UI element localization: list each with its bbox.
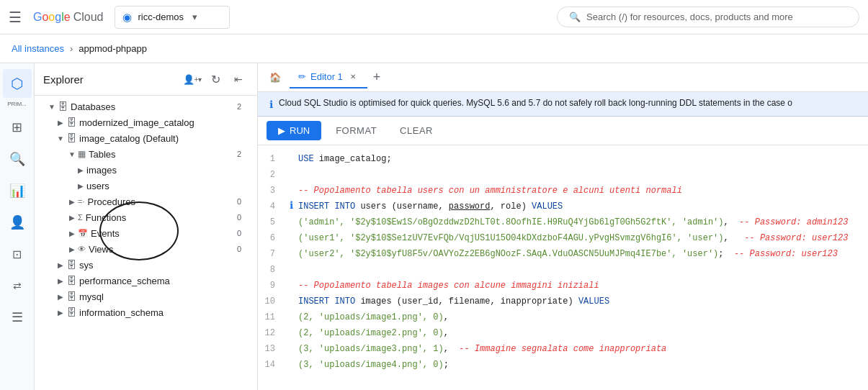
users-toggle[interactable]: ▶ bbox=[75, 180, 86, 191]
db2-toggle[interactable]: ▼ bbox=[55, 132, 66, 144]
menu-icon[interactable]: ☰ bbox=[9, 9, 22, 26]
secondbar: All instances › appmod-phpapp bbox=[0, 35, 868, 63]
code-line-12: 12 (2, 'uploads/image2.png', 0), bbox=[258, 325, 868, 341]
code-line-1: 1 USE image_catalog; bbox=[258, 151, 868, 167]
code-line-4: 4 ℹ INSERT INTO users (username, passwor… bbox=[258, 199, 868, 214]
db1-toggle[interactable]: ▶ bbox=[55, 117, 66, 128]
db2-node[interactable]: ▼ 🗄 image_catalog (Default) ⋮ bbox=[35, 130, 257, 146]
functions-toggle[interactable]: ▶ bbox=[66, 212, 78, 223]
databases-label: Databases bbox=[71, 101, 234, 112]
logo-o2: o bbox=[48, 11, 55, 23]
line-10-content: INSERT INTO images (user_id, filename, i… bbox=[298, 294, 868, 309]
info-text: Cloud SQL Studio is optimised for quick … bbox=[279, 98, 792, 108]
db1-icon: 🗄 bbox=[66, 117, 76, 128]
editor-tab-1[interactable]: ✏ Editor 1 ✕ bbox=[290, 67, 367, 89]
editor-tab-close[interactable]: ✕ bbox=[347, 71, 359, 83]
images-toggle[interactable]: ▶ bbox=[75, 164, 86, 176]
add-tab-button[interactable]: + bbox=[370, 67, 384, 88]
home-tab[interactable]: 🏠 bbox=[264, 66, 287, 89]
table-icon: ▦ bbox=[78, 149, 86, 159]
sys-toggle[interactable]: ▶ bbox=[55, 259, 66, 271]
code-editor[interactable]: 1 USE image_catalog; 2 3 -- Popolamento … bbox=[258, 145, 868, 390]
line-4-content: INSERT INTO users (username, password, r… bbox=[298, 199, 868, 214]
line-num-13: 13 bbox=[258, 342, 284, 356]
db2-icon: 🗄 bbox=[66, 132, 76, 144]
procedures-label: Procedures bbox=[87, 196, 233, 207]
mysql-toggle[interactable]: ▶ bbox=[55, 291, 66, 302]
sidebar-item-layers[interactable]: ⬡ bbox=[3, 69, 32, 98]
functions-node[interactable]: ▶ Σ Functions 0 ⋮ bbox=[35, 209, 257, 225]
line-num-7: 7 bbox=[258, 247, 284, 261]
breadcrumb-all-instances[interactable]: All instances bbox=[12, 43, 64, 54]
sidebar-item-chart[interactable]: 📊 bbox=[3, 176, 32, 205]
logo-g2: g bbox=[55, 11, 61, 23]
table-images-node[interactable]: ▶ images ⋮ bbox=[35, 162, 257, 178]
icon-sidebar: ⬡ PRIM... ⊞ 🔍 📊 👤 ⊡ ⇄ ☰ bbox=[0, 63, 35, 390]
info-toggle[interactable]: ▶ bbox=[55, 307, 66, 318]
clear-button[interactable]: CLEAR bbox=[391, 121, 442, 140]
line-num-2: 2 bbox=[258, 168, 284, 182]
code-line-2: 2 bbox=[258, 167, 868, 183]
code-line-6: 6 ('user1', '$2y$10$Se1zUV7EvFQb/VqjUS1U… bbox=[258, 230, 868, 246]
editor-tab-icon: ✏ bbox=[298, 71, 306, 82]
sidebar-item-grid[interactable]: ⊡ bbox=[3, 240, 32, 268]
events-toggle[interactable]: ▶ bbox=[66, 227, 78, 239]
code-line-11: 11 (2, 'uploads/image1.png', 0), bbox=[258, 309, 868, 325]
line-6-content: ('user1', '$2y$10$Se1zUV7EvFQb/VqjUS1U15… bbox=[298, 231, 868, 245]
views-node[interactable]: ▶ 👁 Views 0 ⋮ bbox=[35, 241, 257, 257]
databases-toggle[interactable]: ▼ bbox=[46, 101, 58, 112]
line-num-1: 1 bbox=[258, 152, 284, 166]
databases-node[interactable]: ▼ 🗄 Databases 2 ⋮ bbox=[35, 99, 257, 114]
sidebar-item-people[interactable]: 👤 bbox=[3, 208, 32, 237]
code-line-3: 3 -- Popolamento tabella users con un am… bbox=[258, 183, 868, 199]
line-3-content: -- Popolamento tabella users con un ammi… bbox=[298, 183, 868, 198]
format-button[interactable]: FORMAT bbox=[327, 121, 385, 140]
explorer-actions: 👤+▾ ↻ ⇤ bbox=[182, 69, 249, 89]
editor-panel: 🏠 ✏ Editor 1 ✕ + ℹ Cloud SQL Studio is o… bbox=[258, 63, 868, 390]
line-num-12: 12 bbox=[258, 326, 284, 340]
collapse-button[interactable]: ⇤ bbox=[228, 69, 249, 89]
explorer-panel: Explorer 👤+▾ ↻ ⇤ ▼ 🗄 Databases 2 ⋮ ▶ 🗄 m… bbox=[35, 63, 258, 390]
sidebar-item-list[interactable]: ☰ bbox=[3, 303, 32, 332]
db1-node[interactable]: ▶ 🗄 modernized_image_catalog ⋮ bbox=[35, 114, 257, 130]
procedures-toggle[interactable]: ▶ bbox=[66, 196, 78, 207]
perf-icon: 🗄 bbox=[66, 275, 76, 286]
project-selector[interactable]: ◉ ricc-demos ▾ bbox=[115, 6, 230, 29]
events-node[interactable]: ▶ 📅 Events 0 ⋮ bbox=[35, 225, 257, 241]
code-line-14: 14 (3, 'uploads/image4.png', 0); bbox=[258, 357, 868, 373]
perf-schema-node[interactable]: ▶ 🗄 performance_schema bbox=[35, 273, 257, 289]
mysql-label: mysql bbox=[79, 291, 251, 302]
run-button[interactable]: ▶ RUN bbox=[267, 121, 321, 140]
tables-node[interactable]: ▼ ▦ Tables 2 ⋮ bbox=[35, 146, 257, 162]
breadcrumb-current: appmod-phpapp bbox=[79, 43, 147, 54]
line-num-10: 10 bbox=[258, 294, 284, 309]
code-line-5: 5 ('admin', '$2y$10$Ew1S/oBgOzddwzD2hLT0… bbox=[258, 214, 868, 230]
info-schema-node[interactable]: ▶ 🗄 information_schema bbox=[35, 304, 257, 320]
table-users-node[interactable]: ▶ users ⋮ bbox=[35, 178, 257, 194]
code-line-10: 10 INSERT INTO images (user_id, filename… bbox=[258, 294, 868, 309]
breadcrumb-separator: › bbox=[70, 43, 73, 54]
add-user-button[interactable]: 👤+▾ bbox=[182, 69, 202, 89]
info-label: information_schema bbox=[79, 307, 251, 318]
sys-node[interactable]: ▶ 🗄 sys bbox=[35, 257, 257, 273]
search-placeholder: Search (/) for resources, docs, products… bbox=[586, 12, 793, 22]
refresh-button[interactable]: ↻ bbox=[205, 69, 225, 89]
info-icon: 🗄 bbox=[66, 307, 76, 318]
mysql-node[interactable]: ▶ 🗄 mysql bbox=[35, 289, 257, 304]
line-num-9: 9 bbox=[258, 278, 284, 293]
chevron-down-icon: ▾ bbox=[192, 12, 197, 22]
project-icon: ◉ bbox=[122, 11, 132, 24]
views-toggle[interactable]: ▶ bbox=[66, 243, 78, 255]
logo-e: e bbox=[64, 11, 71, 23]
sidebar-item-transfer[interactable]: ⇄ bbox=[3, 271, 32, 300]
info-bar: ℹ Cloud SQL Studio is optimised for quic… bbox=[258, 92, 868, 117]
search-bar[interactable]: 🔍 Search (/) for resources, docs, produc… bbox=[557, 6, 859, 27]
images-label: images bbox=[86, 165, 241, 176]
mysql-icon: 🗄 bbox=[66, 291, 76, 302]
events-label: Events bbox=[91, 228, 234, 239]
tables-toggle[interactable]: ▼ bbox=[66, 148, 78, 160]
procedures-node[interactable]: ▶ =· Procedures 0 ⋮ bbox=[35, 194, 257, 209]
sidebar-item-search[interactable]: 🔍 bbox=[3, 145, 32, 173]
perf-toggle[interactable]: ▶ bbox=[55, 275, 66, 286]
sidebar-item-dashboard[interactable]: ⊞ bbox=[3, 113, 32, 142]
